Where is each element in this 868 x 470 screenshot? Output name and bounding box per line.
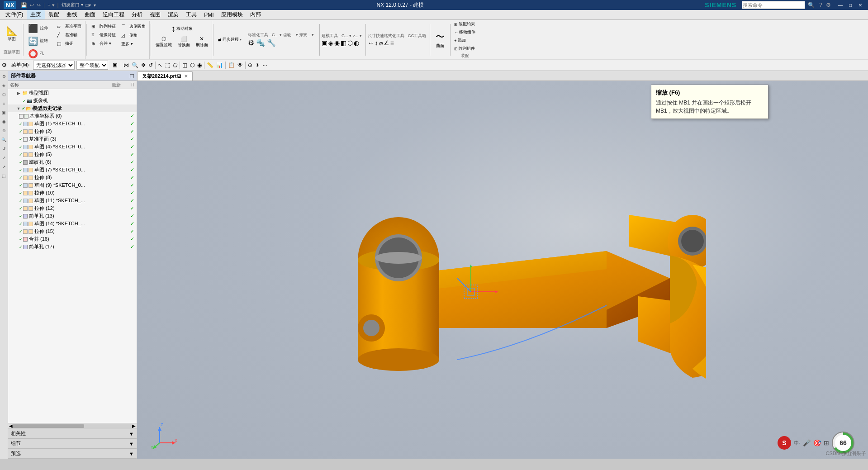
scroll-right-arrow[interactable]: ▶ bbox=[132, 423, 136, 428]
datum-axis-button[interactable]: ╱ 基准轴 bbox=[55, 31, 83, 39]
nav-expand-arrow[interactable]: ▶ bbox=[15, 90, 22, 96]
status-lang-icon[interactable]: 中· bbox=[794, 440, 800, 446]
status-grid-icon[interactable]: ⊞ bbox=[824, 439, 829, 446]
menu-reverse[interactable]: 逆向工程 bbox=[99, 10, 128, 19]
model-view[interactable] bbox=[137, 84, 868, 459]
nav-hscroll[interactable]: ◀ ▶ bbox=[8, 423, 137, 428]
chamfer-button[interactable]: ◿ 倒角 bbox=[119, 32, 147, 39]
menu-home[interactable]: 主页 bbox=[27, 10, 45, 19]
mirror-feature-button[interactable]: ⧖ 镜像特征 bbox=[90, 31, 118, 39]
sketch-button[interactable]: 📐 草图 bbox=[4, 24, 20, 43]
more-view-icon[interactable]: ··· bbox=[261, 62, 269, 68]
menu-file[interactable]: 文件(F) bbox=[2, 10, 27, 19]
wireframe-icon[interactable]: ⬡ bbox=[189, 62, 196, 68]
build-icon5[interactable]: ⬡ bbox=[347, 39, 353, 47]
status-target-icon[interactable]: 🎯 bbox=[813, 439, 821, 446]
nav-item-sketch11[interactable]: ✓ 草图 (11) *SKETCH_... ✓ bbox=[8, 197, 137, 204]
array-component-button[interactable]: ⊞ 阵列组件 bbox=[452, 45, 477, 52]
viewport[interactable]: 叉架202214.prt 🖫 ✕ 缩放 (F6) 通过按住 MB1 并在画出一个… bbox=[137, 71, 868, 459]
nav-item-sketch4[interactable]: ✓ 草图 (4) *SKETCH_0... ✓ bbox=[8, 143, 137, 151]
menu-assembly[interactable]: 装配 bbox=[45, 10, 63, 19]
layout-btn[interactable]: □▾ bbox=[86, 3, 91, 8]
window-select-icon[interactable]: ⬚ bbox=[164, 62, 171, 68]
dim-icon3[interactable]: ⌀ bbox=[379, 39, 383, 47]
nav-item-model-views[interactable]: ▶ 📁 模型视图 bbox=[8, 89, 137, 97]
status-s-icon[interactable]: S bbox=[778, 436, 791, 450]
nav-item-hole13[interactable]: ✓ 简单孔 (13) ✓ bbox=[8, 212, 137, 220]
nav-item-extrude10[interactable]: ✓ 拉伸 (10) ✓ bbox=[8, 189, 137, 197]
menu-curve[interactable]: 曲线 bbox=[63, 10, 81, 19]
menu-tools[interactable]: 工具 bbox=[182, 10, 200, 19]
left-icon-6[interactable]: ◉ bbox=[0, 118, 8, 125]
offset-region-button[interactable]: ⬡ 偏置区域 bbox=[154, 35, 174, 49]
scroll-left-arrow[interactable]: ◀ bbox=[9, 423, 13, 428]
left-icon-9[interactable]: ↺ bbox=[0, 145, 8, 152]
view-section-icon[interactable]: ⊙ bbox=[247, 62, 254, 68]
nav-item-hole17[interactable]: ✓ 简单孔 (17) ✓ bbox=[8, 243, 137, 251]
left-icon-8[interactable]: 🔍 bbox=[0, 136, 8, 143]
extract-button[interactable]: ⬚ 抽壳 bbox=[55, 40, 83, 47]
extrude-button[interactable]: ⬛ 拉伸 bbox=[26, 23, 53, 34]
measure-icon[interactable]: 📏 bbox=[205, 62, 215, 68]
revolve-button[interactable]: 🔄 旋转 bbox=[26, 35, 53, 47]
nav-item-extrude12[interactable]: ✓ 拉伸 (12) ✓ bbox=[8, 204, 137, 212]
tab-close[interactable]: ✕ bbox=[184, 74, 188, 79]
menu-pmi[interactable]: PMI bbox=[200, 11, 217, 19]
nav-close-icon[interactable]: □ bbox=[130, 72, 134, 80]
more-features-button[interactable]: 更多 ▾ bbox=[119, 40, 147, 48]
left-icon-3[interactable]: ⬡ bbox=[0, 91, 8, 98]
nav-item-datum3[interactable]: ✓ 基准平面 (3) ✓ bbox=[8, 135, 137, 143]
nav-item-camera[interactable]: ✓ 📷 摄像机 bbox=[8, 97, 137, 104]
select-icon[interactable]: ↖ bbox=[157, 62, 164, 68]
layout-icon[interactable]: ▣ bbox=[110, 61, 120, 69]
menu-select[interactable]: 菜单(M)· bbox=[9, 61, 33, 69]
settings-icon-tb[interactable]: ⚙ bbox=[2, 62, 7, 68]
sync-button[interactable]: ⇄ 同步建模 ▾ bbox=[216, 36, 243, 43]
dim-icon4[interactable]: ∠ bbox=[384, 39, 389, 47]
help-icon[interactable]: ? bbox=[819, 2, 822, 8]
move-object-button[interactable]: ↕ 移动对象 bbox=[169, 23, 194, 35]
nav-item-extrude8[interactable]: ✓ 拉伸 (8) ✓ bbox=[8, 174, 137, 181]
shaded-icon[interactable]: ◉ bbox=[196, 62, 203, 68]
gear-icon-tool[interactable]: ⚙ bbox=[248, 38, 254, 47]
menu-view[interactable]: 视图 bbox=[146, 10, 164, 19]
left-icon-2[interactable]: ◈ bbox=[0, 82, 8, 89]
delete-face-button[interactable]: ✕ 删除面 bbox=[194, 35, 210, 49]
left-icon-4[interactable]: ≡ bbox=[0, 100, 8, 107]
dim-icon1[interactable]: ↔ bbox=[368, 39, 374, 47]
assembly-select[interactable]: 整个装配 bbox=[76, 61, 108, 70]
nav-item-sketch9[interactable]: ✓ 草图 (9) *SKETCH_0... ✓ bbox=[8, 181, 137, 189]
left-icon-1[interactable]: ⚙ bbox=[0, 73, 8, 80]
nav-item-sketch1[interactable]: ✓ 草图 (1) *SKETCH_0... ✓ bbox=[8, 120, 137, 128]
viewport-tab[interactable]: 叉架202214.prt 🖫 ✕ bbox=[137, 71, 193, 81]
left-icon-12[interactable]: ⬚ bbox=[0, 172, 8, 180]
maximize-button[interactable]: □ bbox=[846, 1, 854, 9]
rotate-icon[interactable]: ↺ bbox=[147, 62, 154, 68]
close-button[interactable]: ✕ bbox=[856, 1, 864, 9]
left-icon-11[interactable]: ↗ bbox=[0, 163, 8, 171]
hole-button[interactable]: ⭕ 孔 bbox=[26, 48, 53, 60]
menu-analysis[interactable]: 分析 bbox=[128, 10, 146, 19]
asm-constraint-button[interactable]: ⊞ 装配约束 bbox=[452, 20, 477, 28]
menu-apps[interactable]: 应用模块 bbox=[218, 10, 247, 19]
polygon-select-icon[interactable]: ⬠ bbox=[171, 62, 179, 68]
dim-icon5[interactable]: ≡ bbox=[390, 39, 394, 47]
left-icon-10[interactable]: ⤢ bbox=[0, 154, 8, 161]
menu-render[interactable]: 渲染 bbox=[164, 10, 182, 19]
nav-item-history[interactable]: ▼ ✓ 📂 模型历史记录 bbox=[8, 104, 137, 112]
build-icon1[interactable]: ▣ bbox=[322, 39, 327, 47]
curve-btn[interactable]: 〜 曲面 bbox=[432, 30, 448, 50]
switch-window-btn[interactable]: 切换窗口 ▾ bbox=[62, 2, 83, 8]
spring-icon-tool[interactable]: 🔩 bbox=[256, 38, 265, 47]
array-feature-button[interactable]: ⊞ 阵列特征 bbox=[90, 23, 118, 30]
build-icon4[interactable]: ◧ bbox=[341, 39, 346, 47]
layer-icon[interactable]: 📋 bbox=[227, 62, 236, 68]
merge-button[interactable]: ⊕ 合并 ▾ bbox=[90, 40, 118, 47]
search-input[interactable] bbox=[742, 1, 805, 9]
hscroll-track[interactable] bbox=[13, 424, 132, 428]
base-plane-button[interactable]: ▱ 基准平面 bbox=[55, 23, 83, 30]
status-mic-icon[interactable]: 🎤 bbox=[803, 439, 811, 446]
pan-icon[interactable]: ✥ bbox=[140, 62, 147, 68]
edge-blend-button[interactable]: ⌒ 边倒圆角 bbox=[119, 23, 147, 31]
nav-item-extrude5[interactable]: ✓ 拉伸 (5) ✓ bbox=[8, 151, 137, 158]
